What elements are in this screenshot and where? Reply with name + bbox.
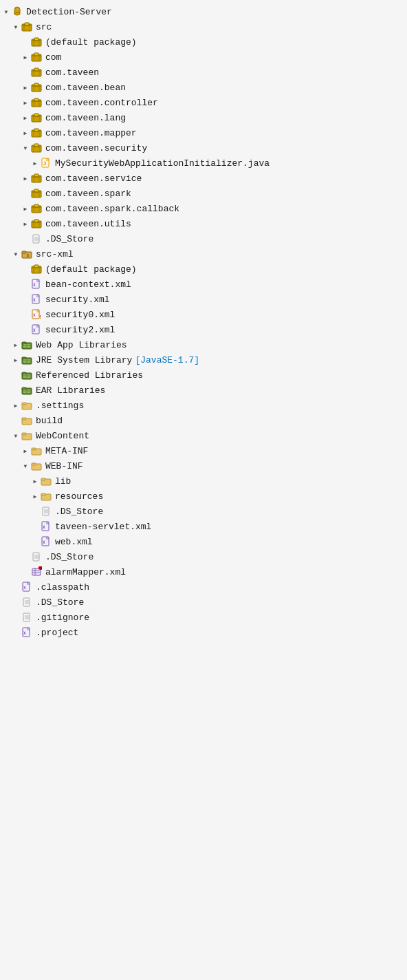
- label-build: build: [36, 416, 63, 426]
- tree-item-security2-xml[interactable]: X security2.xml: [0, 322, 407, 337]
- tree-item-project[interactable]: X .project: [0, 625, 407, 640]
- tree-item-ref-libs[interactable]: Referenced Libraries: [0, 368, 407, 383]
- tree-item-ds-store-webinf[interactable]: .DS_Store: [0, 504, 407, 519]
- file-icon: [21, 612, 33, 623]
- xml-file-icon: X: [40, 521, 52, 532]
- toggle-src-xml[interactable]: [11, 249, 21, 259]
- toggle-settings[interactable]: [11, 401, 21, 410]
- svg-rect-100: [22, 342, 26, 344]
- tree-item-com-taveen-mapper[interactable]: com.taveen.mapper: [0, 125, 407, 140]
- toggle-com-taveen-mapper[interactable]: [21, 128, 30, 138]
- folder-icon: [30, 460, 43, 471]
- toggle-com[interactable]: [21, 52, 30, 62]
- file-tree: Detection-Server src (default package) c…: [0, 0, 407, 644]
- tree-item-detection-server[interactable]: Detection-Server: [0, 4, 407, 19]
- toggle-src[interactable]: [11, 22, 21, 32]
- tree-item-bean-context[interactable]: X bean-context.xml: [0, 277, 407, 292]
- tree-item-com-taveen-lang[interactable]: com.taveen.lang: [0, 110, 407, 125]
- tree-item-meta-inf[interactable]: META-INF: [0, 443, 407, 458]
- tree-item-taveen-servlet[interactable]: X taveen-servlet.xml: [0, 519, 407, 534]
- svg-rect-70: [34, 220, 38, 222]
- package-icon: [30, 67, 43, 78]
- xml-warn-file-icon: X !: [30, 309, 43, 320]
- svg-rect-164: [27, 628, 30, 630]
- tree-item-web-inf[interactable]: WEB-INF: [0, 458, 407, 473]
- tree-item-src-xml[interactable]: S src-xml: [0, 246, 407, 262]
- tree-item-ds-store-src[interactable]: .DS_Store: [0, 231, 407, 246]
- folder-icon: [30, 445, 43, 456]
- toggle-com-taveen-service[interactable]: [21, 173, 30, 183]
- tree-item-gitignore[interactable]: .gitignore: [0, 610, 407, 625]
- tree-item-classpath[interactable]: X .classpath: [0, 579, 407, 595]
- svg-rect-122: [22, 418, 26, 420]
- tree-item-com-taveen-bean[interactable]: com.taveen.bean: [0, 80, 407, 95]
- tree-item-lib[interactable]: lib: [0, 473, 407, 489]
- svg-rect-17: [34, 53, 38, 56]
- label-com-taveen-bean: com.taveen.bean: [45, 83, 126, 93]
- tree-item-alarm-mapper[interactable]: alarmMapper.xml: [0, 564, 407, 579]
- tree-item-ds-store-webcontent[interactable]: .DS_Store: [0, 549, 407, 564]
- package-icon: [30, 36, 43, 47]
- tree-item-settings[interactable]: .settings: [0, 398, 407, 413]
- svg-rect-55: [34, 174, 38, 177]
- svg-text:X: X: [33, 282, 36, 287]
- tree-item-ds-store-root[interactable]: .DS_Store: [0, 595, 407, 610]
- tree-item-default-pkg-xml[interactable]: (default package): [0, 262, 407, 277]
- tree-item-src[interactable]: src: [0, 19, 407, 34]
- toggle-com-taveen-spark-callback[interactable]: [21, 204, 30, 213]
- toggle-com-taveen-utils[interactable]: [21, 219, 30, 228]
- toggle-com-taveen-bean[interactable]: [21, 83, 30, 92]
- xml-file-icon: X: [30, 324, 43, 335]
- tree-item-security-xml[interactable]: X security.xml: [0, 292, 407, 307]
- tree-item-com-taveen-spark-callback[interactable]: com.taveen.spark.callback: [0, 201, 407, 216]
- toggle-com-taveen-controller[interactable]: [21, 98, 30, 107]
- svg-text:X: X: [33, 328, 36, 332]
- tree-item-web-xml[interactable]: X web.xml: [0, 534, 407, 549]
- toggle-jre-lib[interactable]: [11, 355, 21, 365]
- tree-item-security0-xml[interactable]: X ! security0.xml: [0, 307, 407, 322]
- tree-item-jre-lib[interactable]: JRE System Library[JavaSE-1.7]: [0, 352, 407, 368]
- suffix-jre-lib: [JavaSE-1.7]: [135, 355, 199, 365]
- toggle-web-app-libs[interactable]: [11, 340, 21, 350]
- toggle-web-inf[interactable]: [21, 461, 30, 471]
- toggle-mysecurity[interactable]: [30, 158, 40, 168]
- tree-item-com-taveen[interactable]: com.taveen: [0, 65, 407, 80]
- label-com-taveen-mapper: com.taveen.mapper: [45, 128, 137, 138]
- toggle-detection-server[interactable]: [1, 7, 11, 17]
- toggle-com-taveen-security[interactable]: [21, 143, 30, 153]
- folder-icon: [21, 415, 33, 426]
- tree-item-com[interactable]: com: [0, 50, 407, 65]
- svg-rect-141: [46, 537, 49, 540]
- tree-item-com-taveen-spark[interactable]: com.taveen.spark: [0, 186, 407, 201]
- tree-item-build[interactable]: build: [0, 413, 407, 428]
- toggle-resources[interactable]: [30, 491, 40, 501]
- xml-file-icon: X: [21, 582, 33, 593]
- svg-rect-130: [41, 478, 45, 480]
- label-com-taveen-spark: com.taveen.spark: [45, 189, 131, 199]
- tree-item-webcontent[interactable]: WebContent: [0, 428, 407, 443]
- svg-text:J: J: [43, 161, 46, 167]
- tree-item-com-taveen-service[interactable]: com.taveen.service: [0, 171, 407, 186]
- xml-file-icon: X: [30, 279, 43, 290]
- toggle-lib[interactable]: [30, 476, 40, 486]
- label-com-taveen: com.taveen: [45, 67, 99, 78]
- toggle-webcontent[interactable]: [11, 431, 21, 440]
- tree-item-com-taveen-security[interactable]: com.taveen.security: [0, 140, 407, 156]
- svg-rect-7: [25, 23, 29, 25]
- tree-item-com-taveen-controller[interactable]: com.taveen.controller: [0, 95, 407, 110]
- tree-item-resources[interactable]: resources: [0, 489, 407, 504]
- toggle-com-taveen-lang[interactable]: [21, 113, 30, 122]
- tree-item-web-app-libs[interactable]: Web App Libraries: [0, 337, 407, 352]
- label-mysecurity: MySecurityWebApplicationInitializer.java: [55, 158, 270, 169]
- folder-icon: [40, 476, 52, 487]
- svg-text:!: !: [38, 314, 42, 320]
- svg-point-3: [14, 12, 20, 15]
- tree-item-mysecurity[interactable]: J MySecurityWebApplicationInitializer.ja…: [0, 156, 407, 171]
- tree-item-default-pkg[interactable]: (default package): [0, 34, 407, 50]
- tree-item-com-taveen-utils[interactable]: com.taveen.utils: [0, 216, 407, 231]
- label-jre-lib: JRE System Library: [36, 355, 132, 365]
- svg-rect-79: [22, 251, 26, 253]
- tree-item-ear-libs[interactable]: EAR Libraries: [0, 383, 407, 398]
- toggle-meta-inf[interactable]: [21, 446, 30, 456]
- label-security2-xml: security2.xml: [45, 325, 115, 335]
